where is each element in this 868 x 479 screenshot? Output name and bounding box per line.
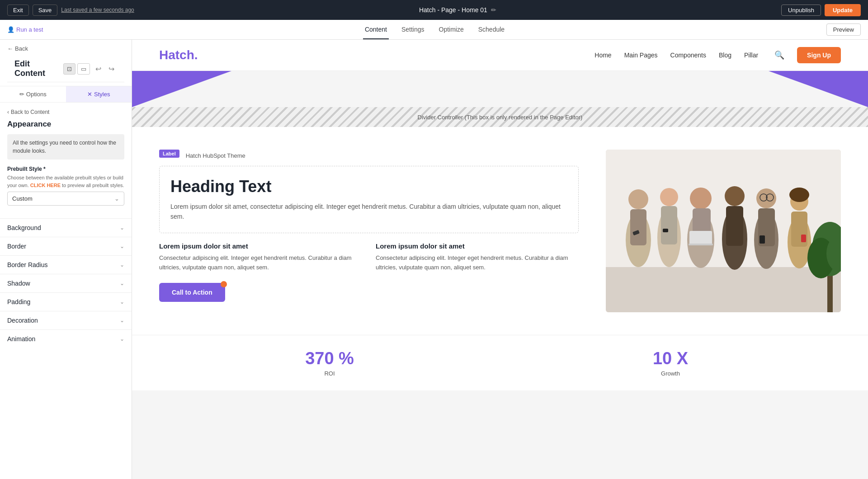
logo-dot: . [194,48,198,62]
stat-roi-number: 370 % [159,349,500,368]
click-here-link[interactable]: CLICK HERE [30,183,61,188]
svg-point-4 [628,189,648,209]
background-chevron-icon: ⌄ [120,225,124,231]
svg-rect-30 [801,235,806,242]
stat-growth: 10 X Growth [500,349,841,377]
stat-roi: 370 % ROI [159,349,500,377]
page-tabs: Content Settings Optimize Schedule [43,20,826,39]
run-test-link[interactable]: 👤 Run a test [7,26,43,33]
animation-chevron-icon: ⌄ [120,336,124,342]
col2-text: Consectetur adipiscing elit. Integer ege… [376,254,579,272]
back-to-content-link[interactable]: ‹ Back to Content [7,109,124,115]
svg-point-12 [690,188,712,209]
page-title-text: Hatch - Page - Home 01 [419,6,487,14]
undo-button[interactable]: ↩ [93,64,104,74]
tab-options[interactable]: ✏ Options [0,86,66,102]
redo-button[interactable]: ↪ [106,64,117,74]
preview-button[interactable]: Preview [826,23,861,36]
cta-dot-indicator [221,281,227,287]
divider-controller: Divider Controller (This box is only ren… [132,107,868,127]
border-radius-chevron-icon: ⌄ [120,262,124,268]
accordion-items: Background ⌄ Border ⌄ Border Radius ⌄ Sh… [0,218,132,348]
back-link[interactable]: ← Back [7,45,124,52]
accordion-border-radius[interactable]: Border Radius ⌄ [0,255,132,274]
triangle-left [132,71,231,107]
options-pencil-icon: ✏ [19,91,24,98]
col2-heading: Lorem ipsum dolor sit amet [376,242,579,250]
svg-rect-14 [689,231,712,244]
styles-x-icon: ✕ [87,91,92,98]
preview-nav-links: Home Main Pages Components Blog Pillar 🔍… [594,47,841,63]
accordion-padding[interactable]: Padding ⌄ [0,292,132,311]
sidebar-title: Edit Content [14,59,61,78]
tab-styles[interactable]: ✕ Styles [66,86,132,102]
border-chevron-icon: ⌄ [120,243,124,249]
view-icons: ⊡ ▭ [63,63,90,75]
desktop-view-button[interactable]: ⊡ [63,63,75,75]
nav-pillar[interactable]: Pillar [744,52,758,59]
top-bar-right-actions: Unpublish Update [781,4,861,16]
back-content-arrow: ‹ [7,109,9,115]
col-item-2: Lorem ipsum dolor sit amet Consectetur a… [376,242,579,272]
cta-button[interactable]: Call to Action [159,283,225,302]
sidebar-view-controls: Edit Content ⊡ ▭ ↩ ↪ [7,56,124,82]
svg-point-8 [660,188,678,206]
col-item-1: Lorem ipsum dolor sit amet Consectetur a… [159,242,362,272]
nav-main-pages[interactable]: Main Pages [624,52,658,59]
accordion-border[interactable]: Border ⌄ [0,237,132,255]
main-heading: Heading Text [170,177,567,196]
content-left: Label Hatch HubSpot Theme Heading Text L… [159,150,579,302]
stats-row: 370 % ROI 10 X Growth [132,335,868,390]
unpublish-button[interactable]: Unpublish [781,5,821,16]
tab-settings[interactable]: Settings [400,20,426,39]
svg-point-28 [789,188,809,202]
triangle-right [769,71,868,107]
preview-nav: Hatch. Home Main Pages Components Blog P… [132,40,868,71]
exit-button[interactable]: Exit [7,5,29,16]
svg-rect-9 [661,206,677,244]
mobile-view-button[interactable]: ▭ [77,63,90,75]
prebuilt-style-dropdown[interactable]: Custom ⌄ [7,192,124,206]
accordion-animation[interactable]: Animation ⌄ [0,329,132,348]
cta-wrapper: Call to Action [159,283,225,302]
sidebar-top: ← Back Edit Content ⊡ ▭ ↩ ↪ [0,40,132,86]
save-button[interactable]: Save [33,5,58,16]
svg-rect-2 [606,267,841,312]
main-paragraph: Lorem ipsum dolor sit amet, consectetur … [170,202,567,222]
accordion-decoration[interactable]: Decoration ⌄ [0,311,132,329]
nav-signup-button[interactable]: Sign Up [797,47,841,63]
page-preview-area: Hatch. Home Main Pages Components Blog P… [132,40,868,479]
last-saved-text: Last saved a few seconds ago [61,7,134,13]
col1-heading: Lorem ipsum dolor sit amet [159,242,362,250]
label-badge: Label [159,150,179,158]
stat-roi-label: ROI [159,370,500,377]
nav-blog[interactable]: Blog [719,52,731,59]
back-arrow-icon: ← [7,45,13,52]
svg-rect-18 [726,206,743,246]
content-section: Label Hatch HubSpot Theme Heading Text L… [132,127,868,335]
options-styles-tabs: ✏ Options ✕ Styles [0,86,132,103]
edit-title-icon[interactable]: ✏ [491,6,496,14]
page-preview: Hatch. Home Main Pages Components Blog P… [132,40,868,390]
main-layout: ← Back Edit Content ⊡ ▭ ↩ ↪ ✏ [0,40,868,479]
col1-text: Consectetur adipiscing elit. Integer ege… [159,254,362,272]
sidebar: ← Back Edit Content ⊡ ▭ ↩ ↪ ✏ [0,40,132,479]
info-box: All the settings you need to control how… [7,134,124,160]
stat-growth-number: 10 X [500,349,841,368]
nav-components[interactable]: Components [670,52,706,59]
prebuilt-label: Prebuilt Style * [7,166,124,172]
update-button[interactable]: Update [825,4,861,16]
tab-schedule[interactable]: Schedule [476,20,506,39]
tab-optimize[interactable]: Optimize [437,20,466,39]
accordion-shadow[interactable]: Shadow ⌄ [0,274,132,292]
tab-content[interactable]: Content [363,20,389,39]
accordion-background[interactable]: Background ⌄ [0,218,132,237]
stat-growth-label: Growth [500,370,841,377]
search-icon[interactable]: 🔍 [774,50,784,60]
appearance-section: ‹ Back to Content Appearance All the set… [0,103,132,218]
nav-home[interactable]: Home [594,52,611,59]
hero-triangles [132,71,868,107]
undo-redo-controls: ↩ ↪ [93,64,117,74]
heading-box: Heading Text Lorem ipsum dolor sit amet,… [159,166,579,233]
svg-point-17 [725,186,745,206]
